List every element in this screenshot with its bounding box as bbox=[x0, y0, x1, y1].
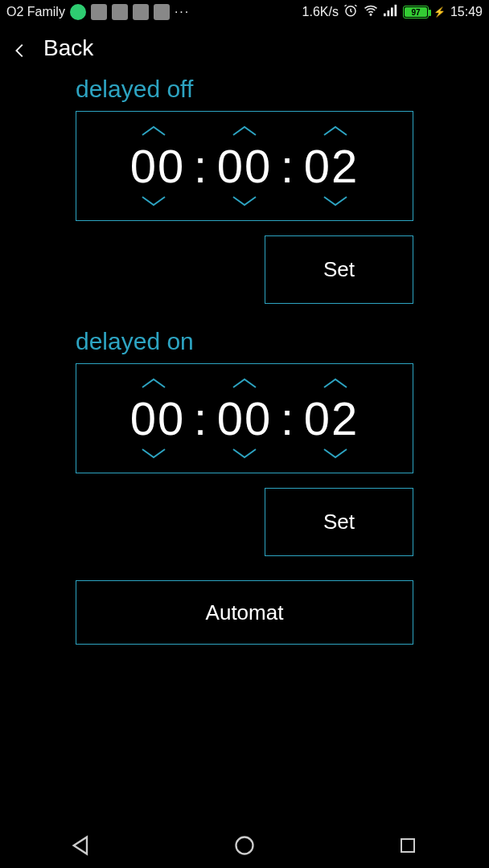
svg-rect-8 bbox=[401, 839, 414, 852]
on-mm-value[interactable]: 00 bbox=[208, 391, 281, 445]
automat-button[interactable]: Automat bbox=[76, 580, 413, 645]
svg-marker-6 bbox=[74, 837, 87, 854]
svg-rect-4 bbox=[391, 7, 393, 16]
automat-label: Automat bbox=[206, 600, 284, 625]
set-button-on[interactable]: Set bbox=[265, 488, 413, 556]
mm-up-icon[interactable] bbox=[229, 123, 260, 139]
on-hh-value[interactable]: 00 bbox=[121, 391, 194, 445]
ss-down-icon[interactable] bbox=[320, 445, 351, 461]
navigation-bar bbox=[0, 823, 489, 868]
ss-up-icon[interactable] bbox=[320, 123, 351, 139]
battery-icon: 97 bbox=[403, 6, 429, 18]
colon: : bbox=[281, 139, 295, 193]
app-icon-1 bbox=[91, 4, 107, 20]
more-icon: ··· bbox=[175, 5, 190, 19]
mm-up-icon[interactable] bbox=[229, 375, 260, 391]
colon: : bbox=[194, 391, 208, 445]
app-icon-3 bbox=[154, 4, 170, 20]
wifi-icon bbox=[363, 3, 379, 21]
hh-up-icon[interactable] bbox=[138, 375, 169, 391]
on-ss-value[interactable]: 02 bbox=[295, 391, 368, 445]
hh-down-icon[interactable] bbox=[138, 193, 169, 209]
picker-off-down-row bbox=[76, 193, 413, 209]
status-left: O2 Family ··· bbox=[6, 4, 190, 20]
nav-recent-icon[interactable] bbox=[395, 833, 421, 858]
status-bar: O2 Family ··· 1.6K/s 97 ⚡ 15:49 bbox=[0, 0, 489, 24]
picker-on-up-row bbox=[76, 375, 413, 391]
back-label: Back bbox=[43, 35, 93, 61]
charging-icon: ⚡ bbox=[434, 6, 446, 18]
globe-icon bbox=[70, 4, 86, 20]
ss-up-icon[interactable] bbox=[320, 375, 351, 391]
nav-back-icon[interactable] bbox=[68, 833, 94, 858]
main-content: delayed off 00 : 00 : 02 bbox=[0, 76, 489, 645]
colon: : bbox=[194, 139, 208, 193]
svg-rect-2 bbox=[384, 14, 386, 17]
picker-on-digits: 00 : 00 : 02 bbox=[121, 391, 368, 445]
chevron-left-icon bbox=[11, 39, 29, 57]
svg-point-1 bbox=[370, 14, 372, 16]
back-button[interactable]: Back bbox=[0, 24, 489, 76]
svg-rect-3 bbox=[387, 10, 389, 16]
picker-on-down-row bbox=[76, 445, 413, 461]
status-right: 1.6K/s 97 ⚡ 15:49 bbox=[302, 3, 483, 21]
network-speed: 1.6K/s bbox=[302, 5, 339, 19]
app-icon-2 bbox=[112, 4, 128, 20]
off-hh-value[interactable]: 00 bbox=[121, 139, 194, 193]
svg-point-7 bbox=[236, 837, 253, 854]
carrier-label: O2 Family bbox=[6, 5, 65, 19]
nav-home-icon[interactable] bbox=[232, 833, 257, 858]
section-title-off: delayed off bbox=[76, 76, 413, 103]
usb-icon bbox=[133, 4, 149, 20]
picker-off-up-row bbox=[76, 123, 413, 139]
mm-down-icon[interactable] bbox=[229, 445, 260, 461]
set-label: Set bbox=[323, 257, 355, 282]
time-picker-off: 00 : 00 : 02 bbox=[76, 111, 413, 221]
off-ss-value[interactable]: 02 bbox=[295, 139, 368, 193]
colon: : bbox=[281, 391, 295, 445]
ss-down-icon[interactable] bbox=[320, 193, 351, 209]
set-label: Set bbox=[323, 510, 355, 534]
set-button-off[interactable]: Set bbox=[265, 235, 413, 304]
off-mm-value[interactable]: 00 bbox=[208, 139, 281, 193]
mm-down-icon[interactable] bbox=[229, 193, 260, 209]
hh-up-icon[interactable] bbox=[138, 123, 169, 139]
clock-time: 15:49 bbox=[450, 5, 483, 19]
time-picker-on: 00 : 00 : 02 bbox=[76, 363, 413, 473]
battery-percent: 97 bbox=[411, 8, 420, 17]
signal-icon bbox=[384, 3, 398, 21]
hh-down-icon[interactable] bbox=[138, 445, 169, 461]
svg-rect-5 bbox=[394, 5, 397, 16]
alarm-icon bbox=[343, 3, 358, 21]
picker-off-digits: 00 : 00 : 02 bbox=[121, 139, 368, 193]
section-title-on: delayed on bbox=[76, 328, 413, 355]
